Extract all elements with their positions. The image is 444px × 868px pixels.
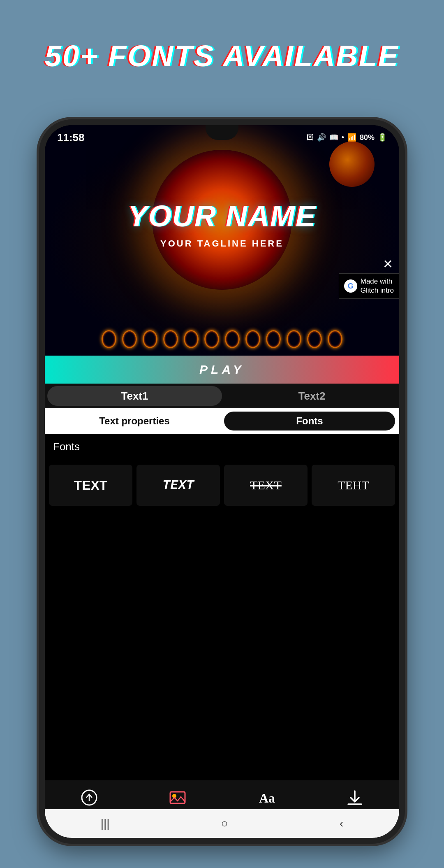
svg-text:Aa: Aa xyxy=(259,791,275,805)
sound-icon: 🔊 xyxy=(317,133,326,142)
preview-rings xyxy=(45,323,399,356)
tab-text1-label: Text1 xyxy=(121,390,148,403)
ring-item xyxy=(204,330,219,348)
tab-fonts[interactable]: Fonts xyxy=(224,412,395,431)
tab-text-properties-label: Text properties xyxy=(99,415,170,427)
ring-item xyxy=(287,330,301,348)
font-preview-3: TEXT xyxy=(250,478,282,492)
volume-button[interactable] xyxy=(39,240,43,273)
font-item-2[interactable]: TEXT xyxy=(136,465,220,506)
status-icons: 🖼 🔊 📖 • 📶 80% 🔋 xyxy=(306,133,387,142)
fonts-grid: TEXT TEXT TEXT TEHT xyxy=(45,456,399,514)
ring-item xyxy=(102,330,116,348)
save-icon xyxy=(344,787,365,808)
font-preview-1: TEXT xyxy=(74,478,108,493)
text-tabs: Text1 Text2 xyxy=(45,384,399,408)
ad-banner: G Made withGlitch intro xyxy=(339,273,399,299)
ring-item xyxy=(122,330,137,348)
tab-text-properties[interactable]: Text properties xyxy=(49,412,220,431)
ring-item xyxy=(328,330,342,348)
font-item-4[interactable]: TEHT xyxy=(312,465,395,506)
system-nav: ||| ○ ‹ xyxy=(45,809,399,838)
dot-icon: • xyxy=(342,133,344,142)
tab-text1[interactable]: Text1 xyxy=(47,386,222,406)
ring-item xyxy=(225,330,240,348)
font-item-3[interactable]: TEXT xyxy=(224,465,308,506)
ring-item xyxy=(184,330,199,348)
tab-text2[interactable]: Text2 xyxy=(224,384,399,408)
fonts-section: Fonts TEXT TEXT TEXT TEHT xyxy=(45,434,399,780)
header-title: 50+ FONTS AVAILABLE xyxy=(41,39,403,73)
wifi-icon: 📶 xyxy=(347,133,356,142)
battery-icon: 🔋 xyxy=(378,133,387,142)
tab-fonts-label: Fonts xyxy=(296,415,323,427)
image-icon: 🖼 xyxy=(306,133,314,142)
close-button[interactable]: ✕ xyxy=(383,257,393,271)
play-button[interactable]: PLAY xyxy=(45,356,399,384)
animation-icon xyxy=(79,787,100,808)
preview-main-text: YOUR NAME xyxy=(45,199,399,233)
power-button[interactable] xyxy=(401,257,405,306)
fonts-section-label: Fonts xyxy=(45,434,399,456)
status-time: 11:58 xyxy=(57,131,306,144)
ring-item xyxy=(307,330,322,348)
text-icon: Aa xyxy=(256,787,277,808)
svg-rect-2 xyxy=(170,792,185,803)
ring-item xyxy=(143,330,157,348)
phone-screen: 11:58 🖼 🔊 📖 • 📶 80% 🔋 YOUR NAME YOUR TAG… xyxy=(45,125,399,838)
ad-text: Made withGlitch intro xyxy=(361,277,394,295)
preview-area: YOUR NAME YOUR TAGLINE HERE xyxy=(45,125,399,356)
ring-item xyxy=(266,330,281,348)
font-item-1[interactable]: TEXT xyxy=(49,465,132,506)
battery-text: 80% xyxy=(360,133,375,142)
home-button[interactable]: ○ xyxy=(221,817,228,830)
phone-frame: 11:58 🖼 🔊 📖 • 📶 80% 🔋 YOUR NAME YOUR TAG… xyxy=(39,119,405,844)
property-tabs: Text properties Fonts xyxy=(45,408,399,434)
recent-apps-button[interactable]: ||| xyxy=(101,817,110,830)
font-preview-4: TEHT xyxy=(338,478,369,492)
ring-item xyxy=(245,330,260,348)
background-icon xyxy=(167,787,188,808)
play-button-label: PLAY xyxy=(199,363,245,377)
tab-text2-label: Text2 xyxy=(298,390,326,403)
back-button[interactable]: ‹ xyxy=(340,817,343,830)
ring-item xyxy=(163,330,178,348)
book-icon: 📖 xyxy=(329,133,338,142)
g-logo: G xyxy=(344,279,357,293)
font-preview-2: TEXT xyxy=(162,478,194,493)
preview-tagline: YOUR TAGLINE HERE xyxy=(45,238,399,249)
